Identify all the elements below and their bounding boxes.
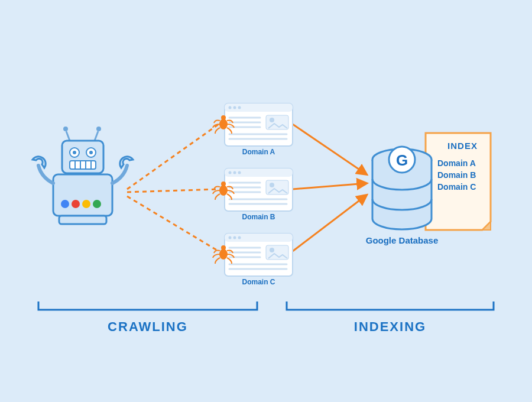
- index-entry-0: Domain A: [437, 158, 491, 168]
- svg-point-42: [238, 171, 241, 174]
- svg-point-41: [233, 171, 236, 174]
- svg-line-8: [95, 131, 98, 141]
- svg-point-65: [221, 181, 226, 186]
- svg-point-32: [270, 118, 274, 122]
- svg-rect-25: [59, 216, 106, 224]
- svg-point-7: [63, 127, 68, 131]
- svg-point-24: [93, 200, 101, 208]
- svg-line-2: [127, 196, 219, 251]
- robot-icon: [33, 127, 133, 224]
- svg-point-21: [61, 200, 69, 208]
- svg-point-23: [82, 200, 90, 208]
- svg-point-30: [238, 106, 241, 109]
- index-entry-1: Domain B: [437, 170, 491, 180]
- database-icon: G: [372, 147, 432, 229]
- svg-point-54: [238, 236, 241, 239]
- svg-point-63: [221, 115, 226, 120]
- svg-line-0: [127, 124, 219, 189]
- domain-c-label: Domain C: [233, 278, 284, 286]
- section-indexing: INDEXING: [287, 319, 494, 335]
- domain-a-label: Domain A: [233, 148, 284, 156]
- database-label: Google Database: [358, 235, 446, 245]
- svg-point-14: [89, 151, 93, 154]
- index-title: INDEX: [437, 141, 488, 151]
- svg-point-28: [229, 106, 232, 109]
- svg-point-40: [229, 171, 232, 174]
- svg-point-53: [233, 236, 236, 239]
- database-g-letter: G: [396, 151, 408, 169]
- svg-point-12: [73, 151, 76, 154]
- svg-point-67: [221, 245, 226, 250]
- svg-point-29: [233, 106, 236, 109]
- domain-b-label: Domain B: [233, 213, 284, 221]
- bracket-left: [38, 302, 257, 310]
- section-crawling: CRAWLING: [38, 319, 257, 335]
- svg-line-4: [293, 183, 366, 189]
- svg-point-62: [219, 119, 228, 129]
- svg-point-64: [219, 185, 228, 196]
- svg-point-44: [270, 183, 274, 187]
- svg-line-3: [293, 124, 366, 174]
- svg-point-66: [219, 249, 228, 260]
- svg-line-5: [293, 195, 366, 251]
- bracket-right: [287, 302, 494, 310]
- svg-line-1: [127, 189, 219, 192]
- svg-point-52: [229, 236, 232, 239]
- svg-point-9: [96, 127, 101, 131]
- domain-cards: [225, 103, 293, 276]
- svg-rect-15: [70, 161, 96, 169]
- index-entry-2: Domain C: [437, 182, 491, 192]
- index-arrows: [293, 124, 366, 251]
- svg-rect-20: [53, 174, 112, 216]
- svg-line-6: [66, 131, 70, 141]
- crawl-lines: [127, 124, 219, 251]
- svg-point-56: [270, 248, 274, 252]
- svg-point-22: [72, 200, 80, 208]
